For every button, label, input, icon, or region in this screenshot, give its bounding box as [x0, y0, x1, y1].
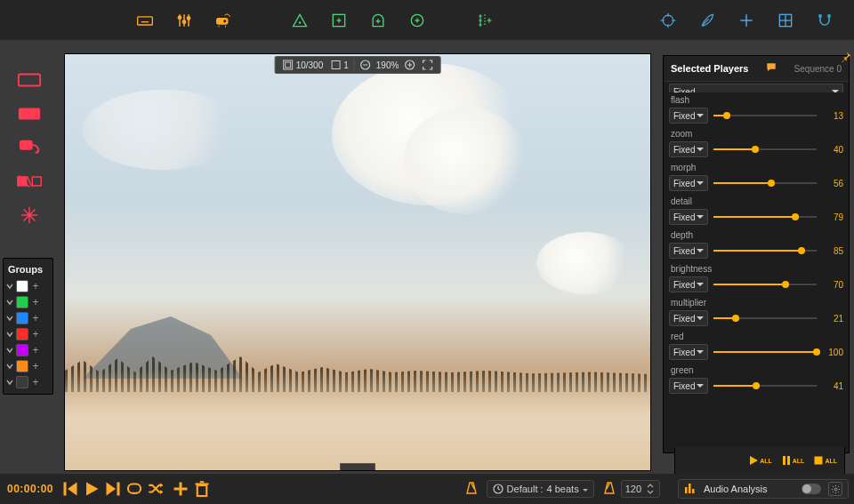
group-color-swatch[interactable] [16, 328, 28, 340]
play-all-button[interactable]: ALL [748, 455, 772, 466]
param-value: 21 [822, 314, 843, 324]
group-color-swatch[interactable] [16, 344, 28, 356]
param-slider[interactable] [713, 212, 817, 222]
mode-select[interactable]: Fixed [669, 344, 708, 360]
param-slider[interactable] [713, 144, 817, 155]
chevron-down-icon [6, 315, 13, 322]
prev-button[interactable] [62, 481, 78, 497]
tempo-metronome-icon[interactable] [603, 481, 616, 497]
frame-counter[interactable]: 10/300 [281, 60, 326, 70]
timing-default-select[interactable]: Default : 4 beats [487, 480, 594, 498]
copy-motion-tool[interactable] [17, 139, 42, 156]
mode-select[interactable]: Fixed [669, 175, 708, 191]
grid-icon[interactable] [774, 9, 797, 32]
magnet-icon[interactable] [813, 9, 836, 32]
panel-title: Selected Players [671, 63, 748, 74]
svg-point-11 [182, 20, 185, 23]
mode-select[interactable]: Fixed [669, 276, 708, 292]
plus-icon[interactable] [735, 9, 758, 32]
pause-all-button[interactable]: ALL [781, 455, 805, 466]
feather-icon[interactable] [696, 9, 719, 32]
loop-button[interactable] [126, 481, 142, 497]
mode-select[interactable]: Fixed [669, 141, 708, 157]
zoom-in-button[interactable] [402, 60, 416, 70]
rect-outline-tool[interactable] [17, 71, 42, 89]
param-zoom: zoomFixed40 [669, 129, 843, 157]
group-row[interactable]: + [6, 310, 50, 326]
param-slider[interactable] [713, 313, 817, 324]
fullscreen-button[interactable] [420, 60, 434, 70]
play-button[interactable] [84, 481, 100, 497]
panel-header: Selected Players Sequence 0 [664, 56, 849, 82]
param-slider[interactable] [713, 380, 817, 391]
group-color-swatch[interactable] [16, 360, 28, 372]
group-color-swatch[interactable] [16, 376, 28, 388]
group-row[interactable]: + [6, 358, 50, 374]
group-row[interactable]: + [6, 326, 50, 342]
param-flash: flashFixed13 [669, 95, 843, 124]
next-button[interactable] [105, 481, 121, 497]
shuffle-button[interactable] [148, 481, 164, 497]
mixer-icon[interactable] [173, 9, 196, 32]
group-color-swatch[interactable] [16, 280, 28, 292]
group-color-swatch[interactable] [16, 296, 28, 308]
param-slider[interactable] [713, 110, 817, 121]
add-button[interactable] [173, 481, 189, 497]
mode-select[interactable]: Fixed [669, 378, 708, 394]
param-label: zoom [671, 129, 843, 139]
group-add-button[interactable]: + [31, 314, 40, 323]
group-row[interactable]: + [6, 294, 50, 310]
param-label: flash [671, 95, 843, 105]
zoom-out-button[interactable] [359, 60, 373, 70]
cards-tool[interactable] [17, 172, 42, 190]
param-detail: detailFixed79 [669, 196, 843, 225]
param-slider[interactable] [713, 347, 817, 357]
keyboard-icon[interactable] [133, 9, 157, 32]
sequence-label[interactable]: Sequence 0 [794, 64, 842, 74]
add-rect-icon[interactable] [327, 9, 350, 32]
mode-select[interactable]: Fixed [669, 209, 708, 225]
add-arch-icon[interactable] [367, 9, 390, 32]
group-row[interactable]: + [6, 278, 50, 294]
delete-button[interactable] [194, 481, 210, 497]
param-label: detail [671, 196, 843, 206]
group-row[interactable]: + [6, 342, 50, 358]
param-slider[interactable] [713, 279, 817, 290]
group-add-button[interactable]: + [31, 330, 40, 339]
group-color-swatch[interactable] [16, 312, 28, 324]
target-icon[interactable] [657, 9, 680, 32]
canvas-bottom-tab[interactable] [340, 463, 375, 470]
chat-icon[interactable] [764, 61, 778, 76]
groups-panel: Groups +++++++ [3, 258, 53, 395]
audio-analysis-settings[interactable] [828, 482, 842, 496]
param-multiplier: multiplierFixed21 [669, 298, 843, 326]
param-slider[interactable] [713, 245, 817, 256]
mode-select[interactable]: Fixed [669, 84, 843, 92]
svg-point-89 [834, 488, 837, 491]
tempo-field[interactable]: 120 [621, 480, 660, 498]
group-add-button[interactable]: + [31, 346, 40, 355]
group-add-button[interactable]: + [31, 298, 40, 307]
stop-all-button[interactable]: ALL [813, 455, 837, 466]
center-point-tool[interactable] [17, 206, 42, 224]
preview-canvas[interactable]: 10/300 1 190% [64, 53, 651, 471]
param-slider[interactable] [713, 178, 817, 188]
projector-icon[interactable] [212, 9, 235, 32]
svg-rect-0 [138, 16, 153, 24]
mode-select[interactable]: Fixed [669, 108, 708, 124]
group-add-button[interactable]: + [31, 282, 40, 291]
mode-select[interactable]: Fixed [669, 243, 708, 259]
mode-select[interactable]: Fixed [669, 310, 708, 326]
audio-analysis-toggle[interactable] [802, 484, 821, 494]
add-circle-icon[interactable] [406, 9, 429, 32]
svg-marker-73 [107, 483, 117, 496]
group-add-button[interactable]: + [31, 362, 40, 371]
group-row[interactable]: + [6, 374, 50, 390]
pin-icon[interactable] [840, 51, 852, 65]
metronome-icon[interactable] [465, 481, 478, 497]
copies-counter[interactable]: 1 [328, 60, 350, 70]
group-add-button[interactable]: + [31, 378, 40, 387]
ruler-add-icon[interactable] [473, 9, 496, 32]
rect-filled-tool[interactable] [17, 105, 42, 123]
triangle-icon[interactable] [288, 9, 311, 32]
